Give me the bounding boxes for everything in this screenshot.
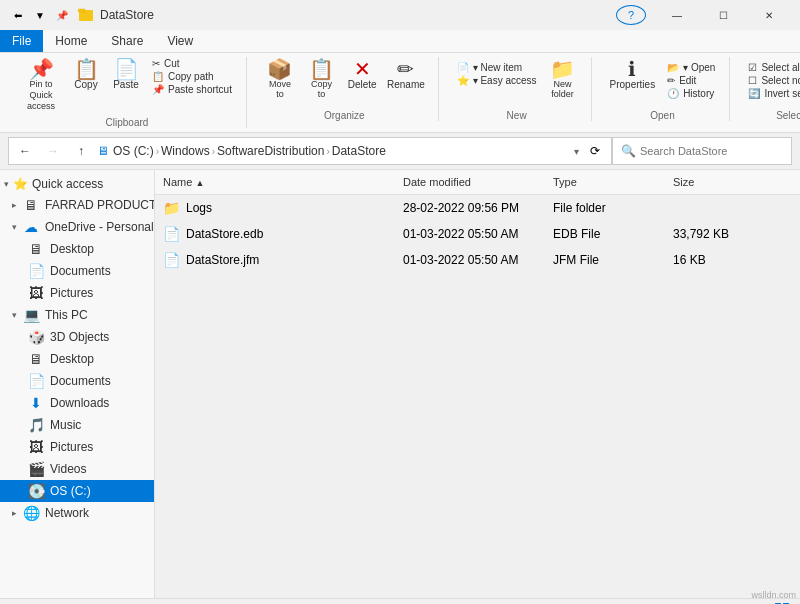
- tab-share[interactable]: Share: [99, 30, 155, 52]
- new-small-group: 📄 ▾ New item ⭐ ▾ Easy access: [451, 57, 543, 87]
- path-part-3[interactable]: DataStore: [332, 144, 386, 158]
- network-icon: 🌐: [23, 505, 39, 521]
- status-bar: 3 items: [0, 598, 800, 604]
- back-button[interactable]: ←: [13, 139, 37, 163]
- copy-button[interactable]: 📋 Copy: [66, 57, 106, 92]
- address-row: ← → ↑ 🖥 OS (C:) › Windows › SoftwareDist…: [0, 133, 800, 170]
- rename-button[interactable]: ✏ Rename: [382, 57, 430, 92]
- sidebar-item-os-c[interactable]: 💽 OS (C:): [0, 480, 154, 502]
- expand-this-pc: ▾: [12, 310, 17, 320]
- open-button[interactable]: 📂 ▾ Open: [661, 61, 721, 74]
- col-date[interactable]: Date modified: [395, 174, 545, 190]
- edit-button[interactable]: ✏ Edit: [661, 74, 721, 87]
- quick-access-toolbar: ⬅ ▼ 📌: [8, 5, 72, 25]
- forward-button[interactable]: →: [41, 139, 65, 163]
- organize-label: Organize: [324, 106, 365, 121]
- move-to-button[interactable]: 📦 Move to: [259, 57, 301, 101]
- history-icon: 🕐: [667, 88, 679, 99]
- title-bar-left: ⬅ ▼ 📌 DataStore: [8, 5, 154, 25]
- qat-dropdown[interactable]: ▼: [30, 5, 50, 25]
- path-part-0[interactable]: OS (C:): [113, 144, 154, 158]
- file-date-2: 01-03-2022 05:50 AM: [395, 251, 545, 269]
- close-button[interactable]: ✕: [746, 0, 792, 30]
- cut-button[interactable]: ✂ Cut: [146, 57, 238, 70]
- sidebar-item-pictures-pc[interactable]: 🖼 Pictures: [0, 436, 154, 458]
- properties-button[interactable]: ℹ Properties: [604, 57, 662, 92]
- table-row[interactable]: 📁 Logs 28-02-2022 09:56 PM File folder: [155, 195, 800, 221]
- ribbon-content: 📌 Pin to Quick access 📋 Copy 📄 Paste ✂ C…: [0, 53, 800, 132]
- sidebar-item-documents-od[interactable]: 📄 Documents: [0, 260, 154, 282]
- help-button[interactable]: ?: [616, 5, 646, 25]
- select-group: ☑ Select all ☐ Select none 🔄 Invert sele…: [734, 57, 800, 121]
- clipboard-group: 📌 Pin to Quick access 📋 Copy 📄 Paste ✂ C…: [8, 57, 247, 128]
- table-row[interactable]: 📄 DataStore.jfm 01-03-2022 05:50 AM JFM …: [155, 247, 800, 273]
- select-all-button[interactable]: ☑ Select all: [742, 61, 800, 74]
- file-name-1: 📄 DataStore.edb: [155, 224, 395, 244]
- tab-view[interactable]: View: [155, 30, 205, 52]
- sidebar-item-desktop-od[interactable]: 🖥 Desktop: [0, 238, 154, 260]
- delete-button[interactable]: ✕ Delete: [342, 57, 382, 92]
- col-type[interactable]: Type: [545, 174, 665, 190]
- tab-file[interactable]: File: [0, 30, 43, 52]
- ribbon: File Home Share View 📌 Pin to Quick acce…: [0, 30, 800, 133]
- history-button[interactable]: 🕐 History: [661, 87, 721, 100]
- sidebar-item-farrad-production[interactable]: ▸ 🖥 FARRAD PRODUCTION: [0, 194, 154, 216]
- file-list-header: Name ▲ Date modified Type Size: [155, 170, 800, 195]
- col-name[interactable]: Name ▲: [155, 174, 395, 190]
- sidebar-item-music[interactable]: 🎵 Music: [0, 414, 154, 436]
- qat-pin[interactable]: 📌: [52, 5, 72, 25]
- easy-access-button[interactable]: ⭐ ▾ Easy access: [451, 74, 543, 87]
- sidebar-item-videos[interactable]: 🎬 Videos: [0, 458, 154, 480]
- sidebar-item-desktop-pc[interactable]: 🖥 Desktop: [0, 348, 154, 370]
- maximize-button[interactable]: ☐: [700, 0, 746, 30]
- pin-to-quick-access-button[interactable]: 📌 Pin to Quick access: [16, 57, 66, 113]
- up-button[interactable]: ↑: [69, 139, 93, 163]
- table-row[interactable]: 📄 DataStore.edb 01-03-2022 05:50 AM EDB …: [155, 221, 800, 247]
- new-item-button[interactable]: 📄 ▾ New item: [451, 61, 543, 74]
- paste-button[interactable]: 📄 Paste: [106, 57, 146, 92]
- sidebar-item-3d-objects[interactable]: 🎲 3D Objects: [0, 326, 154, 348]
- expand-arrow-quick: ▾: [4, 179, 9, 189]
- sidebar-item-downloads[interactable]: ⬇ Downloads: [0, 392, 154, 414]
- this-pc-icon: 💻: [23, 307, 39, 323]
- invert-selection-button[interactable]: 🔄 Invert selection: [742, 87, 800, 100]
- copy-path-icon: 📋: [152, 71, 164, 82]
- new-folder-icon: 📁: [550, 59, 575, 79]
- expand-farrad: ▸: [12, 200, 17, 210]
- sort-asc-icon: ▲: [195, 178, 204, 188]
- paste-shortcut-button[interactable]: 📌 Paste shortcut: [146, 83, 238, 96]
- organize-large: 📦 Move to 📋 Copy to ✕ Delete ✏ Rename: [259, 57, 430, 101]
- tab-home[interactable]: Home: [43, 30, 99, 52]
- qat-back[interactable]: ⬅: [8, 5, 28, 25]
- path-dropdown-button[interactable]: ▾: [574, 146, 579, 157]
- minimize-button[interactable]: —: [654, 0, 700, 30]
- svg-rect-2: [78, 9, 85, 12]
- select-none-button[interactable]: ☐ Select none: [742, 74, 800, 87]
- sidebar-item-onedrive[interactable]: ▾ ☁ OneDrive - Personal: [0, 216, 154, 238]
- copy-path-button[interactable]: 📋 Copy path: [146, 70, 238, 83]
- select-all-icon: ☑: [748, 62, 757, 73]
- cut-icon: ✂: [152, 58, 160, 69]
- col-size[interactable]: Size: [665, 174, 745, 190]
- sidebar-item-quick-access[interactable]: ▾ ⭐ Quick access: [0, 174, 154, 194]
- sidebar-item-documents-pc[interactable]: 📄 Documents: [0, 370, 154, 392]
- file-size-0: [665, 206, 745, 210]
- quick-access-icon: ⭐: [13, 177, 28, 191]
- music-icon: 🎵: [28, 417, 44, 433]
- sidebar-item-network[interactable]: ▸ 🌐 Network: [0, 502, 154, 524]
- sidebar-item-pictures-od[interactable]: 🖼 Pictures: [0, 282, 154, 304]
- open-large: ℹ Properties 📂 ▾ Open ✏ Edit 🕐 History: [604, 57, 722, 100]
- path-part-1[interactable]: Windows: [161, 144, 210, 158]
- file-icon-jfm: 📄: [163, 252, 180, 268]
- refresh-button[interactable]: ⟳: [583, 139, 607, 163]
- rename-icon: ✏: [397, 59, 414, 79]
- window-title: DataStore: [100, 8, 154, 22]
- farrad-icon: 🖥: [23, 197, 39, 213]
- documents-pc-icon: 📄: [28, 373, 44, 389]
- search-input[interactable]: [640, 145, 783, 157]
- file-date-0: 28-02-2022 09:56 PM: [395, 199, 545, 217]
- copy-to-button[interactable]: 📋 Copy to: [301, 57, 342, 101]
- sidebar-item-this-pc[interactable]: ▾ 💻 This PC: [0, 304, 154, 326]
- path-part-2[interactable]: SoftwareDistribution: [217, 144, 324, 158]
- new-folder-button[interactable]: 📁 New folder: [543, 57, 583, 101]
